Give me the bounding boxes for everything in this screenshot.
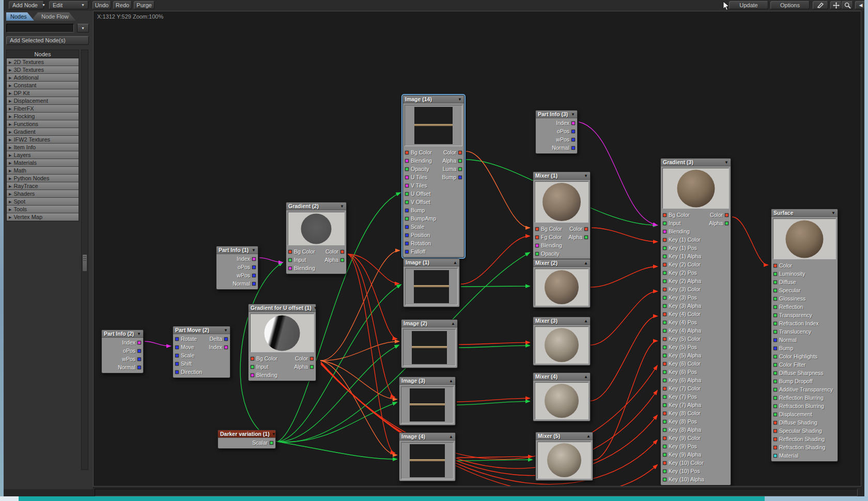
output-port-index[interactable] <box>252 257 256 261</box>
add-selected-nodes-button[interactable]: Add Selected Node(s) <box>6 36 89 45</box>
input-port-diffuse-shading[interactable] <box>773 421 777 425</box>
input-port-rotation[interactable] <box>405 242 409 245</box>
expand-node-icon[interactable]: ▲ <box>586 434 591 439</box>
node-image-2[interactable]: Image (2)▲ <box>401 319 458 368</box>
collapse-node-icon[interactable]: ▼ <box>584 174 588 178</box>
node-image-1[interactable]: Image (1)▲ <box>403 258 460 307</box>
collapse-node-icon[interactable]: ▼ <box>252 248 256 253</box>
node-part-info-2[interactable]: Part Info (2)▼IndexoPoswPosNormal <box>101 330 144 373</box>
output-port-color[interactable] <box>458 151 462 154</box>
category-list-header[interactable]: Nodes <box>7 50 79 58</box>
node-mixer-3[interactable]: Mixer (3)▲ <box>533 317 591 366</box>
input-port-fg-color[interactable] <box>535 236 539 239</box>
sidebar-item-gradient[interactable]: ▶Gradient <box>7 128 79 136</box>
input-port-key-4-alpha[interactable] <box>663 329 667 333</box>
node-mixer-2[interactable]: Mixer (2)▲ <box>533 259 591 308</box>
sidebar-item-constant[interactable]: ▶Constant <box>7 82 79 89</box>
node-title-bar[interactable]: Mixer (5)▲ <box>536 432 593 440</box>
output-port-opos[interactable] <box>252 265 256 269</box>
input-port-refraction-index[interactable] <box>773 322 777 325</box>
input-port-move[interactable] <box>175 346 179 349</box>
input-port-key-7-alpha[interactable] <box>663 403 667 407</box>
output-port-color[interactable] <box>725 213 729 217</box>
expand-node-icon[interactable]: ▲ <box>453 260 457 265</box>
input-port-key-2-alpha[interactable] <box>663 279 667 283</box>
output-port-opos[interactable] <box>137 349 141 353</box>
node-gradient-3[interactable]: Gradient (3)▼Bg ColorColorInputAlphaBlen… <box>660 158 731 486</box>
input-port-key-8-color[interactable] <box>663 412 667 415</box>
output-port-normal[interactable] <box>137 366 141 369</box>
input-port-refraction-blurring[interactable] <box>773 404 777 408</box>
input-port-key-6-color[interactable] <box>663 362 667 366</box>
input-port-material[interactable] <box>773 454 777 458</box>
sidebar-item-math[interactable]: ▶Math <box>7 167 79 175</box>
output-port-bump[interactable] <box>458 176 462 179</box>
input-port-input[interactable] <box>288 258 292 262</box>
node-title-bar[interactable]: Part Info (3)▼ <box>536 111 577 118</box>
sidebar-item-fiberfx[interactable]: ▶FiberFX <box>7 105 79 113</box>
input-port-v-tiles[interactable] <box>405 184 409 187</box>
node-title-bar[interactable]: Gradient (3)▼ <box>661 159 731 166</box>
input-port-key-8-pos[interactable] <box>663 420 667 424</box>
sidebar-item-spot[interactable]: ▶Spot <box>7 198 79 206</box>
output-port-alpha[interactable] <box>458 159 462 163</box>
input-port-glossiness[interactable] <box>773 297 777 301</box>
undo-button[interactable]: Undo <box>92 1 111 9</box>
input-port-blending[interactable] <box>251 373 254 377</box>
tab-node-flow[interactable]: Node Flow <box>31 12 76 21</box>
node-graph-canvas[interactable]: Image (14)▼Bg ColorColorBlendingAlphaOpa… <box>93 11 861 487</box>
input-port-v-offset[interactable] <box>405 200 409 204</box>
sidebar-item-item-info[interactable]: ▶Item Info <box>7 144 79 151</box>
collapse-node-icon[interactable]: ▼ <box>458 97 462 102</box>
node-mixer-4[interactable]: Mixer (4)▲ <box>533 372 591 421</box>
input-port-key-2-color[interactable] <box>663 263 667 267</box>
pan-tool-button[interactable] <box>830 1 842 9</box>
input-port-luminosity[interactable] <box>773 272 777 276</box>
input-port-reflection-shading[interactable] <box>773 437 777 441</box>
node-title-bar[interactable]: Image (3)▲ <box>399 377 455 385</box>
input-port-bg-color[interactable] <box>405 151 409 154</box>
sidebar-item-materials[interactable]: ▶Materials <box>7 159 79 167</box>
input-port-falloff[interactable] <box>405 250 409 254</box>
add-node-dropdown[interactable]: Add Node ▼ <box>9 1 44 9</box>
output-port-luma[interactable] <box>458 167 462 171</box>
sidebar-item-raytrace[interactable]: ▶RayTrace <box>7 182 79 190</box>
output-port-index[interactable] <box>571 121 575 125</box>
sidebar-item-shaders[interactable]: ▶Shaders <box>7 190 79 198</box>
input-port-transparency[interactable] <box>773 314 777 317</box>
input-port-key-5-pos[interactable] <box>663 346 667 349</box>
input-port-additive-transparency[interactable] <box>773 388 777 392</box>
node-mixer-1[interactable]: Mixer (1)▼Bg ColorColorFg ColorAlphaBlen… <box>533 171 591 260</box>
sidebar-scrollbar[interactable] <box>81 50 88 470</box>
output-port-normal[interactable] <box>252 282 256 286</box>
update-button[interactable]: Update <box>729 1 768 9</box>
redo-button[interactable]: Redo <box>113 1 132 9</box>
input-port-translucency[interactable] <box>773 330 777 334</box>
output-port-color[interactable] <box>340 250 344 254</box>
output-port-wpos[interactable] <box>571 138 575 142</box>
input-port-opacity[interactable] <box>535 252 539 256</box>
input-port-bg-color[interactable] <box>288 250 292 254</box>
sidebar-item-python-nodes[interactable]: ▶Python Nodes <box>7 175 79 182</box>
input-port-color-highlights[interactable] <box>773 355 777 358</box>
options-button[interactable]: Options <box>770 1 810 9</box>
input-port-key-9-alpha[interactable] <box>663 453 667 457</box>
input-port-color[interactable] <box>773 264 777 268</box>
output-port-color[interactable] <box>584 227 588 231</box>
output-port-index[interactable] <box>137 341 141 345</box>
input-port-rotate[interactable] <box>175 337 179 341</box>
input-port-key-4-pos[interactable] <box>663 321 667 324</box>
input-port-bump[interactable] <box>405 209 409 212</box>
expand-node-icon[interactable]: ▲ <box>584 374 588 379</box>
input-port-blending[interactable] <box>288 267 292 270</box>
input-port-bg-color[interactable] <box>535 227 539 231</box>
input-port-key-2-pos[interactable] <box>663 271 667 275</box>
collapse-node-icon[interactable]: ▼ <box>137 332 141 336</box>
output-port-scalar[interactable] <box>270 441 273 445</box>
node-title-bar[interactable]: Mixer (1)▼ <box>533 172 590 180</box>
input-port-key-9-pos[interactable] <box>663 445 667 448</box>
collapse-node-icon[interactable]: ▼ <box>224 328 228 333</box>
sidebar-item-vertex-map[interactable]: ▶Vertex Map <box>7 213 79 221</box>
collapse-node-icon[interactable]: ▼ <box>314 306 318 310</box>
output-port-wpos[interactable] <box>137 357 141 361</box>
